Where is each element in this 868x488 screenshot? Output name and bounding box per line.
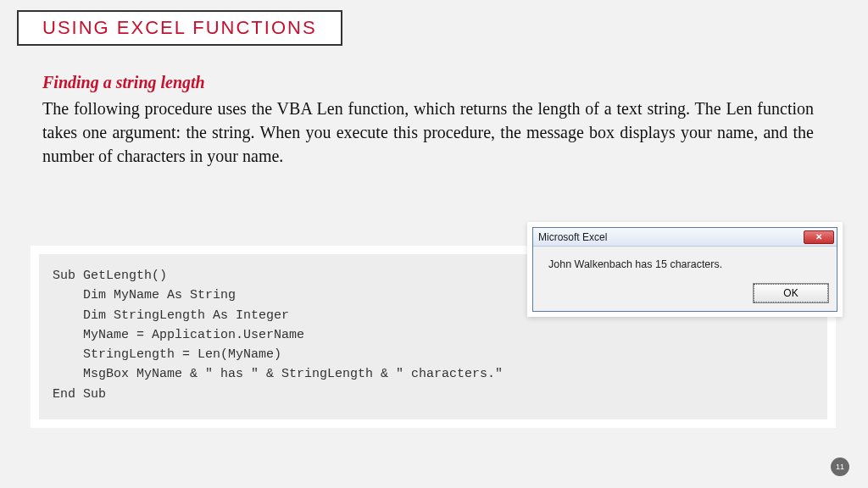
close-button[interactable]: ✕ — [804, 230, 834, 244]
message-box: Microsoft Excel ✕ John Walkenbach has 15… — [527, 222, 843, 317]
slide-title-box: USING EXCEL FUNCTIONS — [17, 10, 342, 46]
slide-title: USING EXCEL FUNCTIONS — [42, 17, 317, 39]
page-number: 11 — [836, 463, 844, 471]
dialog-title: Microsoft Excel — [538, 231, 607, 243]
ok-button[interactable]: OK — [754, 284, 828, 302]
page-number-badge: 11 — [831, 458, 849, 476]
dialog-button-row: OK — [533, 279, 837, 311]
ok-button-label: OK — [783, 287, 798, 299]
message-box-inner: Microsoft Excel ✕ John Walkenbach has 15… — [532, 227, 837, 312]
section-body: The following procedure uses the VBA Len… — [42, 97, 814, 168]
close-icon: ✕ — [815, 233, 822, 241]
section-subtitle: Finding a string length — [42, 73, 205, 92]
dialog-message: John Walkenbach has 15 characters. — [533, 247, 837, 279]
dialog-titlebar[interactable]: Microsoft Excel ✕ — [533, 228, 837, 247]
